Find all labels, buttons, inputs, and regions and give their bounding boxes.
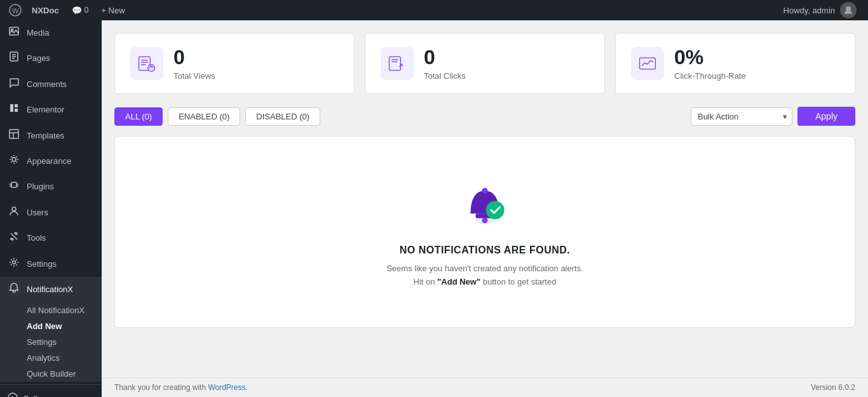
tools-icon <box>8 231 20 246</box>
comments-bubble[interactable]: 💬 0 <box>65 0 95 20</box>
sidebar-item-appearance[interactable]: Appearance <box>0 149 102 174</box>
svg-point-17 <box>12 207 16 211</box>
sidebar-item-label: Elementor <box>27 104 64 116</box>
sidebar-item-notificationx[interactable]: NotificationX <box>0 277 102 302</box>
stats-row: 0 Total Views <box>114 33 855 94</box>
sidebar-item-label: Media <box>27 27 49 39</box>
sidebar-item-tools[interactable]: Tools <box>0 225 102 251</box>
sidebar-item-label: Tools <box>27 232 46 244</box>
notificationx-icon <box>8 282 20 297</box>
footer-version: Version 6.0.2 <box>811 383 855 392</box>
views-icon-box <box>130 47 163 80</box>
comment-icon: 💬 <box>72 6 82 15</box>
svg-rect-11 <box>15 109 18 112</box>
stat-card-views: 0 Total Views <box>114 33 355 94</box>
svg-point-15 <box>12 158 16 161</box>
svg-rect-10 <box>15 104 18 107</box>
sidebar-item-label: Plugins <box>27 181 54 192</box>
svg-point-33 <box>482 188 488 194</box>
howdy-greeting: Howdy, admin <box>777 2 863 18</box>
svg-text:W: W <box>12 7 19 15</box>
wordpress-link[interactable]: WordPress <box>208 383 245 392</box>
ctr-label: Click-Through-Rate <box>674 71 746 81</box>
bulk-action-select[interactable]: Bulk ActionEnableDisableDelete <box>691 107 792 126</box>
main-content: 0 Total Views <box>102 20 868 377</box>
sidebar-item-pages[interactable]: Pages <box>0 46 102 71</box>
svg-point-34 <box>482 218 488 224</box>
sidebar-item-label: Users <box>27 207 48 219</box>
site-name[interactable]: NXDoc <box>25 0 65 20</box>
svg-point-24 <box>148 65 155 72</box>
sidebar-item-templates[interactable]: Templates <box>0 123 102 149</box>
clicks-label: Total Clicks <box>424 71 466 81</box>
elementor-icon <box>8 102 20 118</box>
svg-point-19 <box>8 393 17 397</box>
sidebar-item-comments[interactable]: Comments <box>0 72 102 97</box>
pages-icon <box>8 51 20 66</box>
sidebar-item-settings[interactable]: Settings <box>0 252 102 277</box>
admin-avatar[interactable] <box>840 2 857 18</box>
sidebar-item-label: Comments <box>27 79 67 90</box>
sidebar-item-plugins[interactable]: Plugins <box>0 174 102 199</box>
filter-disabled[interactable]: DISABLED (0) <box>245 107 320 126</box>
sidebar-item-users[interactable]: Users <box>0 200 102 225</box>
collapse-label: Collapse menu <box>23 394 78 397</box>
footer-thanks: Thank you for creating with WordPress. <box>114 383 248 392</box>
empty-state: NO NOTIFICATIONS ARE FOUND. Seems like y… <box>114 136 855 328</box>
submenu-quick-builder[interactable]: Quick Builder <box>0 366 102 382</box>
stat-card-clicks: 0 Total Clicks <box>365 33 605 94</box>
views-label: Total Views <box>173 71 215 81</box>
sidebar-item-label: NotificationX <box>27 284 73 295</box>
templates-icon <box>8 128 20 144</box>
svg-point-18 <box>13 260 16 264</box>
collapse-icon <box>8 393 18 397</box>
sidebar: Media Pages Comments Eleme <box>0 20 102 397</box>
comments-icon <box>8 77 20 92</box>
admin-bar: W NXDoc 💬 0 + New Howdy, admin <box>0 0 868 20</box>
filter-bar: ALL (0) ENABLED (0) DISABLED (0) Bulk Ac… <box>114 107 855 126</box>
svg-rect-12 <box>10 130 18 138</box>
submenu-analytics[interactable]: Analytics <box>0 350 102 366</box>
notificationx-submenu: All NotificationX Add New Settings Analy… <box>0 302 102 382</box>
users-icon <box>8 205 20 220</box>
svg-point-35 <box>486 201 505 220</box>
settings-icon <box>8 257 20 272</box>
plugins-icon <box>8 179 20 194</box>
clicks-count: 0 <box>424 46 466 69</box>
svg-rect-9 <box>10 104 13 112</box>
sidebar-item-elementor[interactable]: Elementor <box>0 97 102 123</box>
empty-title: NO NOTIFICATIONS ARE FOUND. <box>400 245 571 256</box>
sidebar-item-label: Appearance <box>27 156 71 167</box>
clicks-icon-box <box>381 47 414 80</box>
svg-point-4 <box>11 29 13 31</box>
appearance-icon <box>8 154 20 169</box>
submenu-add-new[interactable]: Add New <box>0 318 102 334</box>
views-count: 0 <box>173 46 215 69</box>
ctr-icon-box <box>631 47 664 80</box>
empty-description: Seems like you haven't created any notif… <box>386 262 583 289</box>
sidebar-item-label: Templates <box>27 130 64 142</box>
empty-illustration <box>456 175 513 232</box>
svg-point-25 <box>151 67 152 68</box>
svg-rect-16 <box>11 182 17 187</box>
svg-rect-26 <box>390 57 401 70</box>
stat-card-ctr: 0% Click-Through-Rate <box>615 33 855 94</box>
filter-all[interactable]: ALL (0) <box>114 107 163 126</box>
submenu-settings[interactable]: Settings <box>0 334 102 350</box>
sidebar-item-media[interactable]: Media <box>0 20 102 46</box>
bulk-action-wrapper: Bulk ActionEnableDisableDelete <box>691 107 792 126</box>
submenu-all-notificationx[interactable]: All NotificationX <box>0 302 102 318</box>
new-content-button[interactable]: + New <box>95 0 131 20</box>
comments-count: 0 <box>85 6 89 15</box>
apply-button[interactable]: Apply <box>797 107 855 126</box>
sidebar-item-label: Pages <box>27 53 50 64</box>
filter-enabled[interactable]: ENABLED (0) <box>168 107 240 126</box>
media-icon <box>8 25 20 41</box>
wp-logo[interactable]: W <box>5 0 25 20</box>
footer: Thank you for creating with WordPress. V… <box>102 377 868 397</box>
collapse-menu-button[interactable]: Collapse menu <box>0 387 102 397</box>
sidebar-item-label: Settings <box>27 259 57 270</box>
ctr-count: 0% <box>674 46 746 69</box>
